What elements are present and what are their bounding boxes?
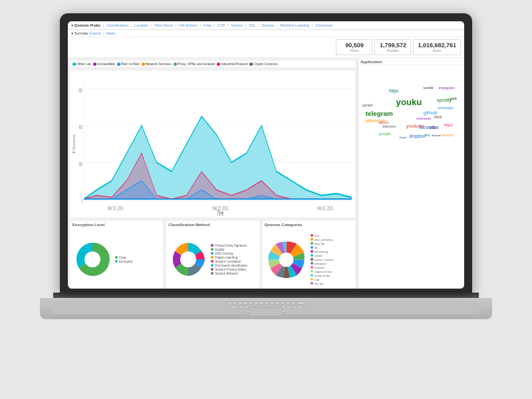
legend-other: Other List: [72, 62, 91, 66]
svg-text:Mar 10, 2019: Mar 10, 2019: [108, 204, 123, 212]
main-content: Other List Unclassified Peer to Peer: [68, 58, 464, 289]
classification-pie-container: Protocol Data Signature Explicit: [168, 228, 257, 289]
time-chart-svg: Flows: [70, 70, 355, 217]
svg-point-14: [84, 251, 100, 267]
key: [297, 306, 302, 309]
stat-flows: 90,509 Flows: [336, 39, 372, 55]
stat-bytes: 1,016,682,761 Bytes: [413, 39, 461, 55]
classification-chart: Classification Method: [166, 220, 259, 289]
laptop-base: [40, 298, 492, 319]
word-cloud-word: youtube: [406, 123, 424, 129]
nav-classification[interactable]: Classification: [106, 23, 128, 27]
word-cloud-word: http2: [444, 123, 452, 127]
word-cloud-word: instagram: [439, 86, 455, 90]
qosmos-title: Qosmos Categories: [265, 223, 353, 227]
bytes-label: Bytes: [433, 49, 442, 53]
key: [287, 306, 291, 309]
time-chart: Flows: [70, 70, 356, 218]
word-cloud-word: amazon: [442, 134, 454, 137]
word-cloud-word: spotify: [437, 97, 452, 103]
key: [286, 302, 291, 305]
key: [244, 306, 249, 309]
stat-packets: 1,799,572 Packets: [374, 39, 411, 55]
screen-content: ● Qosmos Probe | Classification / Locati…: [68, 21, 464, 289]
legend-network: Network Services: [142, 62, 172, 66]
sub-nav: ● Suricata Events / Alerts: [68, 30, 464, 37]
key-wide: [297, 302, 305, 305]
dashboard: ● Qosmos Probe | Classification / Locati…: [68, 21, 464, 289]
word-cloud: youkutelegramgithubspotifyfacebookyoutub…: [360, 66, 462, 153]
word-cloud-word: unknown: [416, 116, 431, 120]
legend-encrypted: Encrypted: [115, 260, 132, 263]
nav-ssl[interactable]: SSL: [249, 23, 255, 27]
svg-text:600: 600: [78, 87, 82, 93]
packets-label: Packets: [387, 49, 399, 53]
key: [275, 302, 280, 305]
nav-location[interactable]: Location: [134, 23, 148, 27]
legend-unclassified: Unclassified: [93, 62, 115, 66]
encryption-chart: Encryption Level: [70, 220, 164, 289]
legend-proxy: Proxy, VPNs and Evasive: [174, 62, 215, 66]
key: [249, 302, 253, 305]
word-cloud-word: youku: [396, 97, 422, 107]
screen-bezel: ● Qosmos Probe | Classification / Locati…: [68, 21, 464, 289]
trackpad: [249, 307, 283, 317]
stats-row: 90,509 Flows 1,799,572 Packets 1,016,682…: [68, 37, 464, 58]
legend-dot-crypto: [249, 63, 253, 66]
legend-dot-network: [142, 63, 145, 66]
key: [233, 302, 237, 305]
key: [281, 302, 285, 305]
key: [270, 302, 275, 305]
bottom-charts: Encryption Level: [70, 220, 356, 289]
svg-text:Mar 20, 2019: Mar 20, 2019: [317, 204, 332, 212]
classification-legend: Protocol Data Signature Explicit: [211, 244, 248, 275]
key: [265, 302, 269, 305]
laptop-hinge: [53, 293, 479, 298]
nav-document[interactable]: Document: [316, 23, 332, 27]
nav-hostname[interactable]: Host Name: [154, 23, 173, 27]
legend-crypto: Crypto Currency: [249, 62, 277, 66]
subnav-events[interactable]: Events: [90, 31, 101, 35]
key: [227, 302, 232, 305]
key-row-1: [55, 302, 477, 305]
clear-dot: [115, 256, 118, 259]
word-cloud-word: gtalk: [450, 97, 457, 100]
laptop-screen: ● Qosmos Probe | Classification / Locati…: [60, 13, 472, 293]
qosmos-pie: [265, 238, 308, 281]
key: [259, 302, 264, 305]
categories-legend: web misc_streaming misc_file nfs transfe…: [311, 234, 334, 285]
app-title: Application: [360, 60, 462, 65]
encryption-pie-container: Clear Encrypted: [72, 228, 161, 289]
svg-point-16: [279, 252, 293, 267]
word-cloud-word: gstatic: [362, 103, 373, 107]
word-cloud-word: skype: [399, 136, 406, 139]
key: [291, 302, 296, 305]
word-cloud-word: akamai: [432, 134, 441, 137]
legend-dot-industrial: [217, 63, 220, 66]
qosmos-pie-container: web misc_streaming misc_file nfs transfe…: [265, 228, 353, 289]
word-cloud-word: deezer: [379, 121, 389, 124]
packets-value: 1,799,572: [379, 42, 406, 49]
word-cloud-word: owa: [434, 114, 442, 119]
legend-dot-unclassified: [93, 63, 96, 66]
subnav-alerts[interactable]: Alerts: [106, 31, 115, 35]
nav-fileextract[interactable]: File Extract: [179, 23, 198, 27]
svg-text:Flows: Flows: [72, 134, 75, 154]
legend-dot-other: [72, 63, 76, 66]
word-cloud-word: telegram: [366, 110, 393, 117]
nav-device[interactable]: Device: [231, 23, 243, 27]
encryption-legend: Clear Encrypted: [115, 256, 132, 263]
nav-gtp[interactable]: GTP: [217, 23, 225, 27]
qosmos-chart: Qosmos Categories: [262, 220, 356, 289]
nav-flow[interactable]: Flow: [203, 23, 211, 27]
key: [254, 302, 259, 305]
legend-dot-proxy: [174, 63, 177, 66]
key-tab: [230, 306, 238, 309]
flows-value: 90,509: [340, 42, 368, 49]
word-cloud-word: google: [379, 132, 391, 136]
word-cloud-word: dropbox: [409, 134, 425, 138]
nav-ml[interactable]: Machine Learning: [281, 23, 310, 27]
nav-label: ● Qosmos Probe: [71, 23, 100, 27]
nav-service[interactable]: Service: [262, 23, 274, 27]
key: [243, 302, 248, 305]
